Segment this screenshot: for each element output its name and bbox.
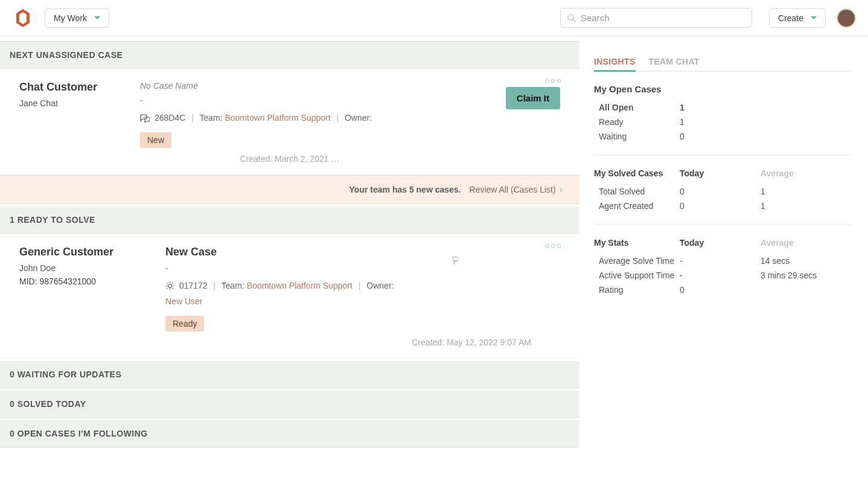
stats-list: Average Solve Time - 14 secs Active Supp…: [594, 256, 851, 295]
banner-message: Your team has 5 new cases.: [349, 185, 461, 194]
status-badge: Ready: [165, 316, 204, 331]
case-name: No Case Name: [140, 81, 488, 91]
gear-icon: [165, 281, 174, 290]
case-meta: 268D4C | Team: Boomtown Platform Support…: [140, 110, 488, 126]
svg-line-1: [573, 19, 575, 22]
review-all-link[interactable]: Review All (Cases List) ›: [470, 184, 563, 195]
case-description: -: [140, 95, 488, 105]
contact-name: John Doe: [19, 263, 165, 273]
search-input[interactable]: [581, 13, 745, 23]
open-all-row: All Open 1: [599, 103, 851, 112]
logo-icon: [12, 7, 34, 29]
rating-row: Rating 0: [599, 285, 851, 295]
created-date: Created: May 12, 2022 9:07 AM: [19, 338, 560, 347]
nav-dropdown[interactable]: My Work: [45, 8, 109, 28]
section-ready-header[interactable]: 1 READY TO SOLVE: [0, 206, 579, 234]
status-badge: New: [140, 132, 171, 148]
section-waiting-header[interactable]: 0 WAITING FOR UPDATES: [0, 361, 579, 388]
create-button-label: Create: [778, 13, 803, 23]
solved-cases-heading-row: My Solved Cases Today Average: [594, 168, 851, 178]
case-id: 017172: [179, 281, 208, 290]
mid: MID: 987654321000: [19, 277, 165, 286]
total-solved-row: Total Solved 0 1: [599, 187, 851, 196]
section-solved-header[interactable]: 0 SOLVED TODAY: [0, 391, 579, 418]
section-unassigned-header[interactable]: NEXT UNASSIGNED CASE: [0, 41, 579, 69]
case-description: -: [165, 263, 560, 273]
review-all-label: Review All (Cases List): [470, 185, 556, 194]
open-cases-heading: My Open Cases: [594, 84, 851, 94]
unassigned-case-card[interactable]: ○○○ Chat Customer Jane Chat No Case Name…: [0, 69, 579, 175]
nav-dropdown-label: My Work: [54, 13, 87, 23]
header: My Work Create: [0, 0, 868, 36]
avatar[interactable]: [837, 8, 856, 28]
open-cases-list: All Open 1 Ready 1 Waiting 0: [594, 103, 851, 141]
claim-button[interactable]: Claim It: [506, 87, 560, 109]
more-icon[interactable]: ○○○: [544, 76, 563, 85]
search-icon: [567, 13, 576, 22]
team-link[interactable]: Boomtown Platform Support: [225, 113, 330, 123]
ready-case-card[interactable]: ○○○ ☟ Generic Customer John Doe MID: 987…: [0, 234, 579, 359]
agent-created-row: Agent Created 0 1: [599, 201, 851, 211]
team-link[interactable]: Boomtown Platform Support: [247, 281, 353, 290]
new-cases-banner: Your team has 5 new cases. Review All (C…: [0, 175, 579, 204]
active-support-time-row: Active Support Time - 3 mins 29 secs: [599, 271, 851, 280]
owner-label: Owner:: [366, 281, 394, 290]
svg-point-2: [168, 284, 172, 288]
avg-solve-time-row: Average Solve Time - 14 secs: [599, 256, 851, 266]
stats-heading-row: My Stats Today Average: [594, 238, 851, 248]
team-label: Team:: [199, 113, 222, 123]
create-button[interactable]: Create: [769, 8, 826, 28]
owner-link[interactable]: New User: [165, 296, 202, 306]
case-meta: 017172 | Team: Boomtown Platform Support…: [165, 278, 395, 310]
chat-icon: [140, 114, 150, 123]
tab-team-chat[interactable]: TEAM CHAT: [649, 53, 700, 71]
caret-down-icon: [94, 16, 100, 19]
cursor-icon: ☟: [452, 254, 459, 267]
more-icon[interactable]: ○○○: [544, 241, 563, 250]
caret-down-icon: [811, 16, 817, 19]
team-label: Team:: [222, 281, 244, 290]
owner-label: Owner:: [345, 113, 372, 123]
created-date: Created: March 2, 2021 …: [19, 154, 560, 164]
case-id: 268D4C: [155, 113, 185, 123]
search-box[interactable]: [560, 8, 752, 28]
customer-name: Chat Customer: [19, 81, 140, 94]
section-following-header[interactable]: 0 OPEN CASES I'M FOLLOWING: [0, 420, 579, 447]
chevron-right-icon: ›: [560, 184, 563, 195]
customer-name: Generic Customer: [19, 246, 165, 258]
main-column: NEXT UNASSIGNED CASE ○○○ Chat Customer J…: [0, 36, 579, 447]
open-ready-row: Ready 1: [599, 117, 851, 127]
tab-insights[interactable]: INSIGHTS: [594, 53, 636, 72]
insights-panel: INSIGHTS TEAM CHAT My Open Cases All Ope…: [579, 36, 868, 447]
tabs: INSIGHTS TEAM CHAT: [594, 53, 851, 72]
case-name: New Case: [165, 246, 560, 258]
svg-point-0: [568, 14, 573, 20]
contact-name: Jane Chat: [19, 98, 140, 108]
solved-cases-list: Total Solved 0 1 Agent Created 0 1: [594, 187, 851, 211]
open-waiting-row: Waiting 0: [599, 132, 851, 141]
